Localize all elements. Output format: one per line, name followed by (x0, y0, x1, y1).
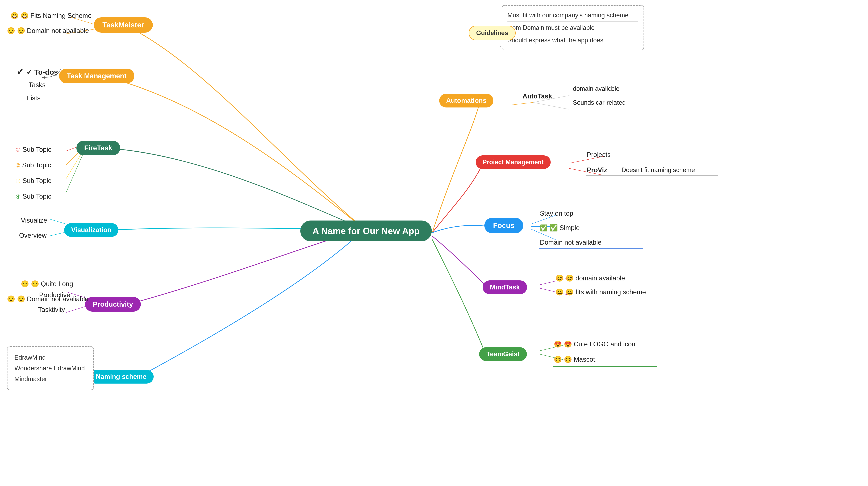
naming-scheme-label: Naming scheme (96, 373, 146, 381)
project-proviz-label: ProViz (587, 166, 607, 174)
mindtask-node[interactable]: MindTask (483, 280, 527, 294)
autotask-sounds-label: Sounds car-related (573, 99, 626, 106)
naming-scheme-node[interactable]: Naming scheme (89, 370, 154, 384)
focus-domain-label: Domain not available (540, 239, 601, 246)
firetask-sub2-label: ② Sub Topic (15, 161, 51, 169)
productivity-tasktivity-text: Tasktivity (38, 306, 65, 313)
productivity-quite-long-text: 😐 Quite Long (31, 280, 73, 287)
focus-simple-text: ✅ Simple (550, 224, 580, 232)
svg-line-4 (66, 149, 85, 193)
firetask-sub2-text: Sub Topic (22, 161, 51, 169)
mindtask-domain-label: 😊 😊 domain available (556, 274, 625, 282)
autotask-underline (570, 108, 648, 108)
teamgeist-mascot-text: 😊 Mascot! (564, 356, 597, 363)
focus-stay-text: Stay on top (540, 210, 573, 217)
focus-node[interactable]: Focus (484, 218, 523, 233)
automations-label: Automations (446, 97, 487, 104)
focus-simple-label: ✅ ✅ Simple (540, 224, 580, 232)
autotask-text: AutoTask (523, 93, 552, 100)
svg-line-5 (510, 102, 533, 105)
task-todos-text: ✓ To-dos (26, 68, 58, 76)
focus-underline (539, 248, 643, 249)
firetask-sub1-text: Sub Topic (23, 146, 51, 153)
automations-node[interactable]: Automations (439, 94, 493, 108)
visualization-node[interactable]: Visualization (64, 223, 118, 237)
task-lists-label: Lists (27, 94, 40, 102)
productivity-quite-long-label: 😐 😐 Quite Long (21, 280, 73, 288)
task-tasks-label: Tasks (29, 81, 45, 89)
teamgeist-cute-label: 😍 😍 Cute LOGO and icon (554, 340, 636, 348)
taskmeister-domain-label: 😟 😟 Domain not abailable (7, 27, 89, 35)
project-doesnt-text: Doesn't fit naming scheme (621, 166, 695, 174)
firetask-sub3-label: ③ Sub Topic (16, 177, 51, 185)
autotask-domain-text: domain availcble (573, 85, 619, 92)
project-doesnt-label: Doesn't fit naming scheme (621, 166, 695, 174)
center-node: A Name for Our New App (300, 220, 432, 241)
guideline-3: Should express what the app does (507, 34, 638, 47)
naming-edrawmind: EdrawMind (14, 352, 86, 363)
project-proviz-text: ProViz (587, 166, 607, 174)
productivity-node[interactable]: Productivity (85, 297, 141, 312)
visualization-overview-label: Overview (19, 232, 46, 239)
task-tasks-text: Tasks (29, 81, 45, 89)
teamgeist-node[interactable]: TeamGeist (479, 347, 527, 361)
productivity-tasktivity-label: Tasktivity (38, 306, 65, 313)
productivity-productive-text: Productive (39, 291, 70, 299)
project-projects-text: Projects (587, 151, 611, 158)
focus-stay-label: Stay on top (540, 210, 573, 217)
proviz-underline (586, 175, 718, 176)
taskmeister-label: TaskMeister (102, 21, 144, 29)
firetask-label: FireTask (84, 144, 112, 152)
firetask-node[interactable]: FireTask (76, 141, 120, 155)
taskmeister-node[interactable]: TaskMeister (94, 18, 153, 33)
focus-domain-text: Domain not available (540, 239, 601, 246)
guidelines-box: Must fit with our company's naming schem… (502, 5, 644, 50)
emoji-sad: 😟 (7, 27, 15, 34)
autotask-label: AutoTask (523, 93, 552, 100)
teamgeist-cute-text: 😍 Cute LOGO and icon (564, 340, 636, 348)
autotask-sounds-text: Sounds car-related (573, 99, 626, 106)
mindtask-domain-text: 😊 domain available (566, 275, 625, 282)
focus-label: Focus (493, 221, 515, 230)
taskmeister-domain-text: 😟 Domain not abailable (17, 27, 89, 34)
firetask-sub4-label: ④ Sub Topic (16, 193, 51, 200)
teamgeist-mascot-label: 😊 😊 Mascot! (554, 356, 597, 363)
visualization-overview-text: Overview (19, 232, 46, 239)
productivity-productive-label: Productive (39, 291, 70, 299)
naming-scheme-box: EdrawMind Wondershare EdrawMind Mindmast… (7, 346, 94, 390)
visualization-label: Visualization (71, 226, 112, 234)
mindtask-underline (555, 299, 687, 299)
naming-wondershare: Wondershare EdrawMind (14, 363, 86, 374)
firetask-sub1-label: ① Sub Topic (16, 146, 51, 153)
teamgeist-label: TeamGeist (487, 351, 520, 358)
project-management-label: Proiect Management (483, 158, 544, 166)
task-lists-text: Lists (27, 94, 40, 102)
task-todos-label: ✓ ✓ To-dos (17, 66, 58, 77)
svg-line-7 (533, 102, 569, 110)
guidelines-label: Guidelines (476, 29, 508, 37)
teamgeist-underline (553, 366, 657, 367)
project-projects-label: Projects (587, 151, 611, 158)
guidelines-node[interactable]: Guidelines (469, 26, 516, 40)
naming-mindmaster: Mindmaster (14, 374, 86, 385)
task-management-label: Task Management (67, 72, 127, 80)
mindtask-fits-label: 😀 😀 fits with naming scheme (556, 288, 646, 296)
taskmeister-fits-text: 😀 Fits Naming Scheme (21, 12, 92, 19)
mindtask-fits-text: 😀 fits with naming scheme (566, 288, 646, 296)
guideline-2: .com Domain must be available (507, 22, 638, 34)
autotask-domain-label: domain availcble (573, 85, 619, 92)
project-management-node[interactable]: Proiect Management (476, 155, 551, 169)
emoji-smile: 😀 (10, 12, 19, 19)
guideline-1: Must fit with our company's naming schem… (507, 9, 638, 22)
firetask-sub3-text: Sub Topic (23, 177, 51, 184)
taskmeister-fits-label: 😀 😀 Fits Naming Scheme (10, 12, 92, 20)
productivity-label: Productivity (93, 300, 133, 308)
mindtask-label: MindTask (490, 283, 520, 291)
firetask-sub4-text: Sub Topic (23, 193, 51, 200)
visualization-visualize-label: Visualize (21, 217, 47, 224)
visualization-visualize-text: Visualize (21, 217, 47, 224)
task-management-node[interactable]: Task Management (59, 68, 134, 83)
